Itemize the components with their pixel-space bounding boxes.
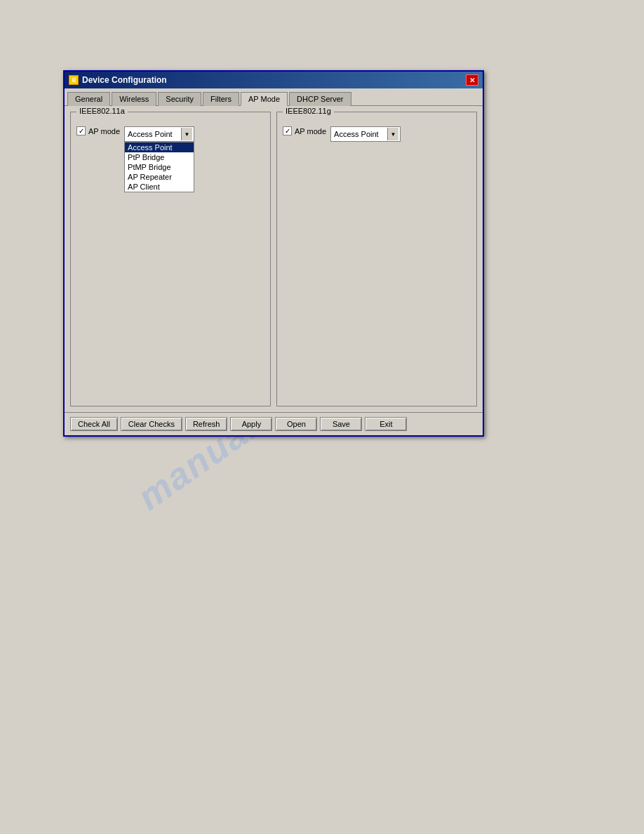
left-dropdown-list: Access Point PtP Bridge PtMP Bridge AP R… bbox=[124, 142, 194, 192]
save-button[interactable]: Save bbox=[320, 417, 362, 431]
left-option-ap-repeater[interactable]: AP Repeater bbox=[125, 172, 194, 182]
check-all-button[interactable]: Check All bbox=[70, 417, 118, 431]
panels-row: IEEE802.11a ✓ AP mode Access Point ▼ Acc bbox=[70, 112, 477, 406]
device-configuration-window: 🖥 Device Configuration ✕ General Wireles… bbox=[63, 70, 484, 437]
app-icon: 🖥 bbox=[69, 75, 79, 85]
left-option-ptp-bridge[interactable]: PtP Bridge bbox=[125, 152, 194, 162]
left-panel: IEEE802.11a ✓ AP mode Access Point ▼ Acc bbox=[70, 112, 271, 406]
right-panel-content: ✓ AP mode Access Point ▼ bbox=[283, 126, 471, 142]
left-dropdown-arrow-icon: ▼ bbox=[181, 128, 192, 140]
right-panel: IEEE802.11g ✓ AP mode Access Point ▼ bbox=[276, 112, 477, 406]
left-dropdown-container: Access Point ▼ Access Point PtP Bridge P… bbox=[124, 126, 194, 142]
left-panel-legend: IEEE802.11a bbox=[76, 107, 128, 115]
content-area: IEEE802.11a ✓ AP mode Access Point ▼ Acc bbox=[65, 106, 483, 412]
title-bar: 🖥 Device Configuration ✕ bbox=[65, 72, 483, 88]
right-ap-mode-text: AP mode bbox=[295, 127, 326, 135]
left-dropdown-value: Access Point bbox=[126, 130, 181, 138]
left-option-ptmp-bridge[interactable]: PtMP Bridge bbox=[125, 162, 194, 172]
title-bar-left: 🖥 Device Configuration bbox=[69, 75, 167, 85]
close-button[interactable]: ✕ bbox=[466, 74, 478, 86]
tab-bar: General Wireless Security Filters AP Mod… bbox=[65, 88, 483, 106]
right-ap-mode-checkbox[interactable]: ✓ bbox=[283, 126, 292, 135]
open-button[interactable]: Open bbox=[275, 417, 317, 431]
left-ap-mode-label: ✓ AP mode bbox=[76, 126, 120, 135]
left-option-ap-client[interactable]: AP Client bbox=[125, 182, 194, 192]
left-option-access-point[interactable]: Access Point bbox=[125, 143, 194, 152]
clear-checks-button[interactable]: Clear Checks bbox=[121, 417, 182, 431]
window-title: Device Configuration bbox=[82, 75, 167, 85]
right-dropdown-arrow-icon: ▼ bbox=[387, 128, 398, 140]
right-ap-mode-label: ✓ AP mode bbox=[283, 126, 326, 135]
left-ap-mode-text: AP mode bbox=[88, 127, 120, 135]
left-ap-mode-checkbox[interactable]: ✓ bbox=[76, 126, 86, 135]
tab-filters[interactable]: Filters bbox=[203, 92, 239, 106]
exit-button[interactable]: Exit bbox=[365, 417, 407, 431]
apply-button[interactable]: Apply bbox=[230, 417, 272, 431]
tab-general[interactable]: General bbox=[67, 92, 110, 106]
tab-apmode[interactable]: AP Mode bbox=[241, 92, 288, 106]
right-dropdown-button[interactable]: Access Point ▼ bbox=[330, 126, 401, 142]
right-panel-legend: IEEE802.11g bbox=[283, 107, 334, 115]
tab-dhcp[interactable]: DHCP Server bbox=[289, 92, 351, 106]
left-panel-content: ✓ AP mode Access Point ▼ Access Point Pt… bbox=[76, 126, 264, 142]
bottom-bar: Check All Clear Checks Refresh Apply Ope… bbox=[65, 412, 483, 435]
tab-security[interactable]: Security bbox=[158, 92, 201, 106]
right-dropdown-value: Access Point bbox=[333, 130, 387, 138]
tab-wireless[interactable]: Wireless bbox=[112, 92, 156, 106]
right-dropdown-container: Access Point ▼ bbox=[330, 126, 401, 142]
refresh-button[interactable]: Refresh bbox=[185, 417, 228, 431]
left-dropdown-button[interactable]: Access Point ▼ bbox=[124, 126, 194, 142]
